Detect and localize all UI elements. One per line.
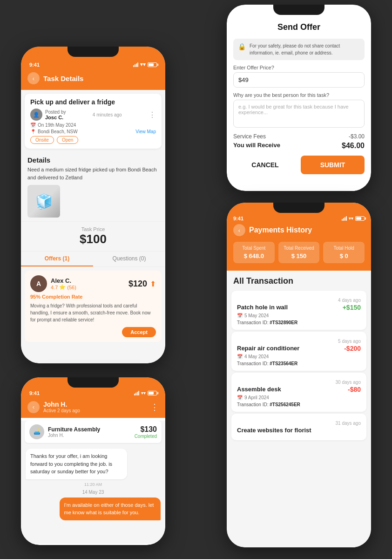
txn-date: 5 May 2024 [244, 313, 269, 318]
notch [273, 203, 324, 213]
header-title: Task Details [43, 75, 159, 82]
chat-task-user: John H. [48, 433, 131, 438]
safety-notice: 🔒 For your safety, please do not share c… [233, 39, 365, 60]
txn-date: 4 May 2024 [244, 354, 269, 359]
total-received-value: $ 150 [283, 252, 315, 259]
payments-content: All Transaction 4 days ago Patch hole in… [227, 271, 371, 547]
payments-title: Payments History [249, 226, 312, 234]
task-image: 🧊 [27, 185, 60, 218]
chat-message-sent: I'm available on either of those days. l… [60, 498, 161, 520]
back-button[interactable]: ‹ [233, 224, 245, 236]
total-spent-label: Total Spent [238, 245, 270, 251]
chat-user-status: Active 2 days ago [43, 408, 147, 413]
posted-by-label: Posted by [45, 109, 66, 115]
chat-task-price: $130 [135, 425, 157, 434]
phone-chat: 9:41 ▾▾ ‹ John H. Active 2 days ago ⋮ [21, 377, 165, 545]
completion-pct: 95% [30, 294, 41, 300]
status-time: 9:41 [233, 216, 243, 221]
service-fees-label: Service Fees [233, 133, 266, 140]
txn-days-ago: 4 days ago [338, 298, 361, 303]
phone-payments: 9:41 ▾▾ ‹ Payments History Total Spent $… [227, 203, 371, 547]
fridge-icon: 🧊 [35, 193, 53, 210]
stat-total-hold: Total Hold $ 0 [323, 242, 365, 263]
notch [273, 5, 324, 15]
safety-text: For your safety, please do not share con… [250, 42, 360, 56]
price-input[interactable]: $49 [233, 72, 365, 88]
offer-avatar: A [30, 275, 47, 292]
chat-time: 11:20 AM [26, 482, 161, 487]
wifi-icon: ▾▾ [349, 216, 353, 221]
service-fees-value: -$3.00 [349, 133, 365, 140]
submit-button[interactable]: SUBMIT [301, 156, 365, 174]
battery-icon [148, 62, 157, 67]
accept-button[interactable]: Accept [122, 327, 156, 337]
chat-task-avatar: 🛋️ [29, 424, 44, 439]
you-receive-row: You will Receive $46.00 [227, 141, 371, 151]
txn-days-ago: 30 days ago [336, 380, 361, 385]
signal-icon [134, 391, 139, 395]
offer-card: A Alex C. 4.7 ⭐ (56) $120 ⬆ [25, 271, 162, 342]
star-icon: ⭐ [59, 284, 66, 290]
offer-price: $120 [128, 279, 147, 289]
back-button[interactable]: ‹ [27, 72, 40, 84]
txn-amount: -$80 [348, 386, 361, 393]
phone-task-details: 9:41 ▾▾ ‹ Task Details Pick up and deliv… [21, 47, 165, 363]
back-button[interactable]: ‹ [27, 401, 40, 413]
chat-messages: Thanks for your offer, i am looking forw… [21, 446, 165, 526]
review-count: (56) [67, 285, 76, 290]
tag-onsite: Onsite [30, 136, 54, 144]
txn-id: Transaction ID: #TS256245ER [237, 402, 361, 407]
offer-rating: 4.7 ⭐ (56) [51, 284, 76, 290]
transaction-card: 30 days ago Assemble desk -$80 📅 9 April… [231, 373, 366, 412]
stat-total-received: Total Received $ 150 [278, 242, 320, 263]
cancel-button[interactable]: CANCEL [233, 156, 297, 174]
view-map-link[interactable]: View Map [135, 129, 156, 134]
transaction-card: 31 days ago Create websites for florist [231, 414, 366, 440]
send-offer-title: Send Offer [227, 16, 371, 39]
phone-send-offer: Send Offer 🔒 For your safety, please do … [227, 5, 371, 191]
chat-user-info: John H. Active 2 days ago [43, 401, 147, 413]
tab-questions[interactable]: Questions (0) [93, 252, 165, 266]
task-title: Pick up and deliver a fridge [30, 98, 156, 106]
tab-offers[interactable]: Offers (1) [21, 252, 93, 266]
status-time: 9:41 [29, 62, 40, 68]
txn-amount: -$200 [344, 345, 361, 352]
service-fees-row: Service Fees -$3.00 [227, 132, 371, 141]
shield-icon: 🔒 [238, 43, 246, 50]
up-arrow-icon[interactable]: ⬆ [150, 280, 156, 288]
chat-user-name: John H. [43, 401, 147, 408]
you-receive-value: $46.00 [342, 142, 365, 150]
price-field-label: Enter Offer Price? [227, 65, 371, 72]
chat-message-received: Thanks for your offer, i am looking forw… [26, 449, 127, 479]
price-value: $100 [26, 232, 161, 246]
txn-id: Transaction ID: #TS23564ER [237, 361, 361, 366]
stats-row: Total Spent $ 648.0 Total Received $ 150… [233, 242, 365, 263]
tabs-row: Offers (1) Questions (0) [21, 251, 165, 267]
price-label: Task Price [26, 226, 161, 232]
total-received-label: Total Received [283, 245, 315, 251]
poster-avatar: 👤 [30, 109, 42, 121]
date-divider: 14 May 23 [26, 490, 161, 495]
txn-title: Repair air conditioner [237, 345, 299, 352]
details-title: Details [21, 152, 165, 166]
txn-title: Create websites for florist [237, 427, 311, 434]
calendar-icon: 📅 [237, 313, 243, 318]
status-icons: ▾▾ [134, 391, 157, 395]
more-icon[interactable]: ⋮ [149, 110, 156, 119]
txn-title: Assemble desk [237, 386, 281, 393]
desc-textarea[interactable]: e.g. I would be great for this task beca… [233, 100, 365, 128]
txn-date: 9 April 2024 [244, 395, 269, 400]
txn-amount: +$150 [343, 304, 361, 311]
txn-title: Patch hole in wall [237, 304, 288, 311]
battery-icon [148, 391, 157, 395]
details-text: Need a medium sized fridge picked up fro… [21, 166, 165, 185]
battery-icon [355, 216, 365, 221]
status-icons: ▾▾ [342, 216, 365, 221]
chat-task-card: 🛋️ Furniture Assembly John H. $130 Compl… [25, 421, 162, 443]
task-location: Bondi Beach, NSW [38, 129, 78, 134]
location-icon: 📍 [30, 129, 36, 134]
more-icon[interactable]: ⋮ [150, 402, 159, 412]
price-section: Task Price $100 [21, 221, 165, 251]
stat-total-spent: Total Spent $ 648.0 [233, 242, 275, 263]
completion-label: Completion Rate [42, 294, 82, 300]
